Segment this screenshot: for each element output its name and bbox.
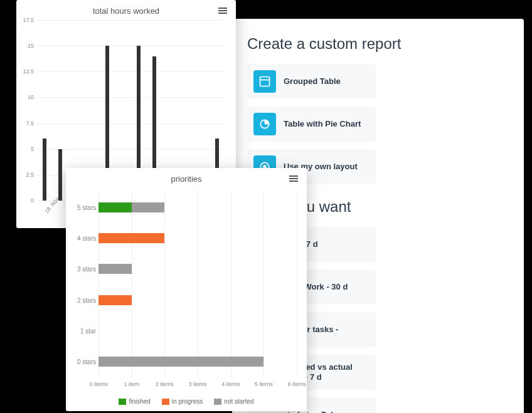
card-label: Grouped Table — [284, 76, 341, 86]
custom-report-heading: Create a custom report — [247, 35, 509, 53]
legend-item-in-progress: in progress — [162, 398, 203, 405]
priorities-legend: finished in progress not started — [66, 398, 307, 405]
priorities-chart-title: priorities — [66, 168, 307, 184]
legend-item-not-started: not started — [214, 398, 253, 405]
hours-chart-title: total hours worked — [16, 0, 236, 16]
card-grouped-table[interactable]: Grouped Table — [247, 64, 376, 99]
table-icon — [253, 70, 276, 93]
priorities-chart-card: priorities 0 items1 item2 items3 items4 … — [66, 168, 307, 411]
priorities-plot-area: 0 items1 item2 items3 items4 items5 item… — [98, 192, 297, 377]
pie-icon — [253, 113, 276, 135]
svg-rect-0 — [260, 77, 270, 86]
card-label: Table with Pie Chart — [284, 119, 361, 129]
hamburger-icon[interactable] — [218, 6, 227, 15]
custom-report-cards: Grouped Table Table with Pie Chart Use m… — [247, 64, 509, 184]
hamburger-icon[interactable] — [289, 174, 298, 183]
card-table-pie[interactable]: Table with Pie Chart — [247, 107, 376, 142]
legend-item-finished: finished — [119, 398, 150, 405]
